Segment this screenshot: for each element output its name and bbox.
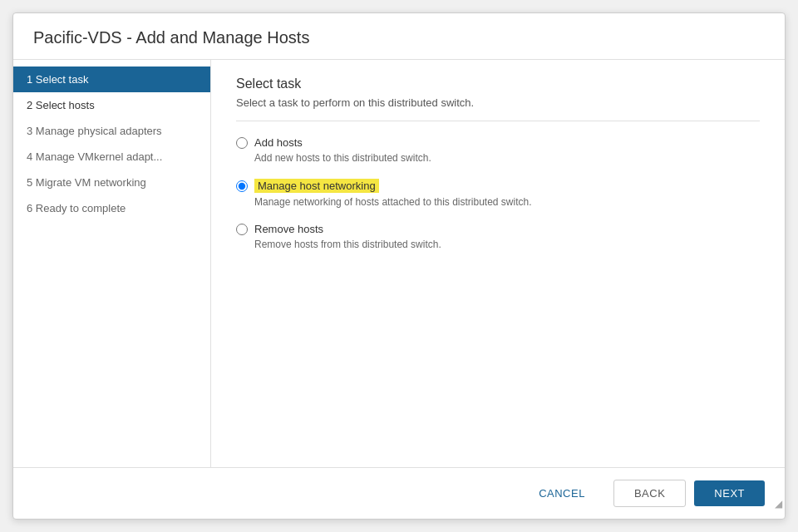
option-label-add-hosts[interactable]: Add hosts xyxy=(236,136,760,149)
cancel-button[interactable]: CANCEL xyxy=(519,480,605,506)
option-label-remove-hosts[interactable]: Remove hosts xyxy=(236,223,760,235)
main-content: Select task Select a task to perform on … xyxy=(211,60,785,467)
option-item-remove-hosts: Remove hostsRemove hosts from this distr… xyxy=(236,223,760,250)
sidebar: 1 Select task2 Select hosts3 Manage phys… xyxy=(13,60,211,467)
sidebar-item-step4: 4 Manage VMkernel adapt... xyxy=(13,144,210,170)
option-text-manage-host-networking: Manage host networking xyxy=(254,179,379,193)
option-desc-remove-hosts: Remove hosts from this distributed switc… xyxy=(254,239,760,250)
section-title: Select task xyxy=(236,76,760,91)
dialog: Pacific-VDS - Add and Manage Hosts 1 Sel… xyxy=(12,12,786,520)
option-text-add-hosts: Add hosts xyxy=(254,136,303,149)
back-button[interactable]: BACK xyxy=(613,480,686,507)
resize-handle[interactable]: ◢ xyxy=(764,498,772,506)
option-item-manage-host-networking: Manage host networkingManage networking … xyxy=(236,179,760,208)
sidebar-item-step5: 5 Migrate VM networking xyxy=(13,170,210,195)
radio-manage-host-networking[interactable] xyxy=(236,180,248,192)
option-text-remove-hosts: Remove hosts xyxy=(254,223,323,235)
dialog-footer: CANCEL BACK NEXT xyxy=(13,467,785,519)
option-item-add-hosts: Add hostsAdd new hosts to this distribut… xyxy=(236,136,760,164)
dialog-title: Pacific-VDS - Add and Manage Hosts xyxy=(13,13,785,60)
sidebar-item-step6: 6 Ready to complete xyxy=(13,195,210,221)
section-subtitle: Select a task to perform on this distrib… xyxy=(236,96,760,121)
option-label-manage-host-networking[interactable]: Manage host networking xyxy=(236,179,760,193)
next-button[interactable]: NEXT xyxy=(694,480,765,506)
radio-remove-hosts[interactable] xyxy=(236,224,248,235)
radio-add-hosts[interactable] xyxy=(236,137,248,149)
option-desc-add-hosts: Add new hosts to this distributed switch… xyxy=(254,152,760,164)
option-desc-manage-host-networking: Manage networking of hosts attached to t… xyxy=(254,196,760,208)
sidebar-item-step2[interactable]: 2 Select hosts xyxy=(13,92,210,118)
option-group: Add hostsAdd new hosts to this distribut… xyxy=(236,136,760,250)
sidebar-item-step3: 3 Manage physical adapters xyxy=(13,118,210,144)
dialog-body: 1 Select task2 Select hosts3 Manage phys… xyxy=(13,60,785,467)
sidebar-item-step1[interactable]: 1 Select task xyxy=(13,66,210,92)
